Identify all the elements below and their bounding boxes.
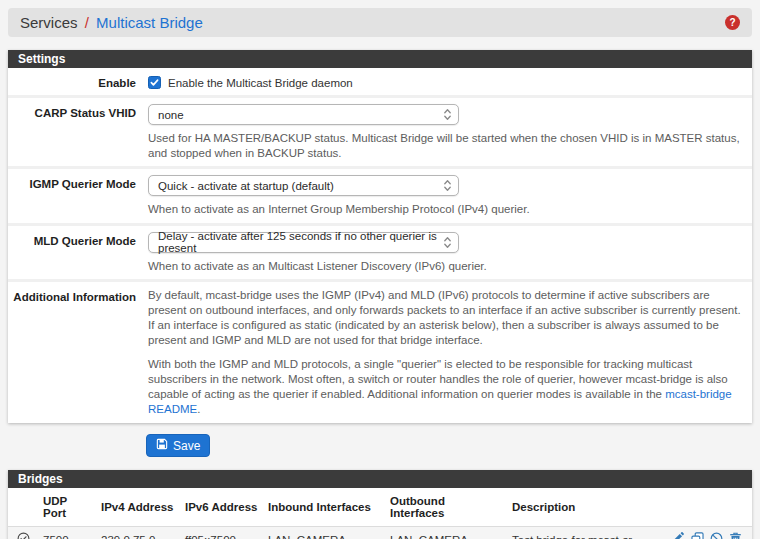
save-icon [156, 438, 168, 453]
status-column-header [8, 488, 38, 527]
form-row-additional-info: Additional Information By default, mcast… [8, 279, 752, 423]
col-header-udp-port: UDP Port [38, 488, 96, 527]
actions-column-header [660, 488, 752, 527]
igmp-help-text: When to activate as an Internet Group Me… [148, 202, 742, 217]
enable-checkbox-line[interactable]: Enable the Multicast Bridge daemon [148, 74, 742, 89]
settings-panel-title: Settings [8, 50, 752, 68]
igmp-querier-select[interactable]: Quick - activate at startup (default) [148, 175, 459, 196]
igmp-querier-selected-value: Quick - activate at startup (default) [158, 180, 334, 192]
col-header-description: Description [507, 488, 660, 527]
help-icon[interactable]: ? [725, 15, 740, 30]
breadcrumb-bar: Services / Multicast Bridge ? [8, 8, 752, 37]
carp-vhid-select[interactable]: none [148, 104, 459, 125]
settings-panel: Settings Enable Enable the Multicast Bri… [8, 50, 752, 423]
col-header-inbound: Inbound Interfaces [263, 488, 385, 527]
delete-icon[interactable] [729, 532, 742, 539]
form-row-enable: Enable Enable the Multicast Bridge daemo… [8, 68, 752, 95]
copy-icon[interactable] [691, 532, 704, 539]
mld-label: MLD Querier Mode [8, 232, 136, 274]
breadcrumb-separator: / [82, 14, 92, 31]
mld-querier-selected-value: Delay - activate after 125 seconds if no… [158, 230, 443, 254]
cell-outbound: LAN, CAMERA [385, 527, 507, 539]
cell-inbound: LAN, CAMERA [263, 527, 385, 539]
bridges-table: UDP Port IPv4 Address IPv6 Address Inbou… [8, 488, 752, 539]
bridges-header-row: UDP Port IPv4 Address IPv6 Address Inbou… [8, 488, 752, 527]
breadcrumb-page-link[interactable]: Multicast Bridge [96, 14, 203, 31]
cell-udp-port: 7500 [38, 527, 96, 539]
cell-description: Test bridge for mcast-sr [507, 527, 660, 539]
additional-info-paragraph-2-end: . [197, 403, 200, 415]
igmp-label: IGMP Querier Mode [8, 175, 136, 217]
col-header-ipv4: IPv4 Address [96, 488, 180, 527]
form-row-igmp: IGMP Querier Mode Quick - activate at st… [8, 166, 752, 223]
cell-ipv4: 239.0.75.0 [96, 527, 180, 539]
col-header-outbound: Outbound Interfaces [385, 488, 507, 527]
select-stepper-icon [443, 179, 452, 192]
carp-help-text: Used for HA MASTER/BACKUP status. Multic… [148, 131, 742, 160]
mld-querier-select[interactable]: Delay - activate after 125 seconds if no… [148, 232, 459, 253]
table-row: 7500 239.0.75.0 ff05::7500 LAN, CAMERA L… [8, 527, 752, 539]
col-header-ipv6: IPv6 Address [180, 488, 263, 527]
additional-info-paragraph-2: With both the IGMP and MLD protocols, a … [148, 357, 742, 417]
form-row-mld: MLD Querier Mode Delay - activate after … [8, 223, 752, 280]
check-icon [150, 78, 159, 87]
enable-checkbox[interactable] [148, 76, 161, 89]
select-stepper-icon [443, 236, 452, 249]
carp-label: CARP Status VHID [8, 104, 136, 160]
form-row-carp: CARP Status VHID none Used for HA MASTER… [8, 95, 752, 166]
disable-icon[interactable] [710, 532, 723, 539]
enable-label: Enable [8, 74, 136, 89]
mld-help-text: When to activate as an Multicast Listene… [148, 259, 742, 274]
edit-icon[interactable] [671, 532, 684, 539]
bridges-panel: Bridges UDP Port IPv4 Address IPv6 Addre… [8, 470, 752, 539]
additional-info-paragraph-2-text: With both the IGMP and MLD protocols, a … [148, 358, 728, 400]
save-button[interactable]: Save [146, 434, 210, 457]
additional-info-label: Additional Information [8, 288, 136, 417]
breadcrumb-section: Services [20, 14, 78, 31]
bridges-panel-title: Bridges [8, 470, 752, 488]
breadcrumb: Services / Multicast Bridge [20, 14, 203, 31]
carp-vhid-selected-value: none [158, 109, 184, 121]
cell-ipv6: ff05::7500 [180, 527, 263, 539]
save-button-label: Save [173, 439, 200, 453]
select-stepper-icon [443, 108, 452, 121]
enabled-status-icon [17, 535, 30, 539]
enable-checkbox-label: Enable the Multicast Bridge daemon [168, 77, 353, 89]
additional-info-paragraph-1: By default, mcast-bridge uses the IGMP (… [148, 288, 742, 348]
